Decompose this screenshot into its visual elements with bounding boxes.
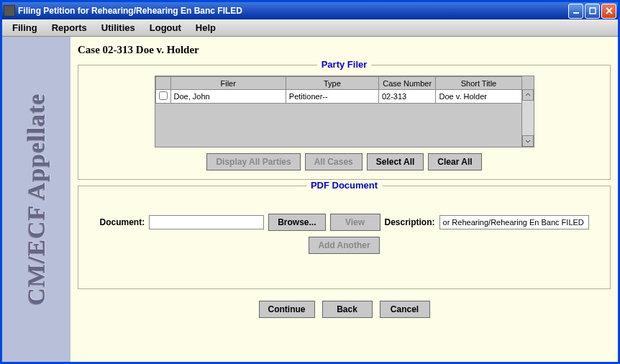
select-all-button[interactable]: Select All [367,153,424,170]
footer-buttons: Continue Back Cancel [78,295,611,324]
filer-table: Filer Type Case Number Short Title [155,76,522,104]
description-label: Description: [385,217,435,227]
row-checkbox-cell [155,90,170,104]
maximize-icon [588,6,597,15]
row-type: Petitioner-- [286,90,378,104]
menu-help[interactable]: Help [188,20,223,35]
svg-rect-0 [573,12,579,14]
header-filer: Filer [170,77,286,90]
app-icon [4,5,15,17]
table-empty-area [155,104,522,147]
close-icon [605,6,614,15]
header-type: Type [286,77,378,90]
row-filer: Doe, John [170,90,286,104]
pdf-document-legend: PDF Document [306,180,382,191]
row-checkbox[interactable] [159,91,168,100]
scroll-down-button[interactable] [522,135,534,147]
menu-logout[interactable]: Logout [142,20,188,35]
continue-button[interactable]: Continue [259,301,315,318]
menu-utilities[interactable]: Utilities [94,20,142,35]
content-area: CM/ECF Appellate Case 02-313 Doe v. Hold… [2,37,618,362]
document-input[interactable] [149,215,264,229]
table-row[interactable]: Doe, John Petitioner-- 02-313 Doe v. Hol… [155,90,521,104]
description-input[interactable] [439,215,589,229]
add-another-row: Add Another [87,237,601,254]
svg-rect-1 [590,8,596,14]
chevron-up-icon [525,92,531,98]
menu-reports[interactable]: Reports [45,20,94,35]
app-window: Filing Petition for Rehearing/Rehearing … [0,0,620,364]
party-filer-buttons: Display All Parties All Cases Select All… [87,153,601,170]
display-all-parties-button[interactable]: Display All Parties [206,153,300,170]
titlebar: Filing Petition for Rehearing/Rehearing … [2,2,618,19]
menubar: Filing Reports Utilities Logout Help [2,19,618,37]
header-checkbox [155,77,170,90]
maximize-button[interactable] [585,4,600,19]
scroll-up-button[interactable] [522,89,534,101]
window-controls [568,4,616,19]
document-row: Document: Browse... View Description: [87,214,601,231]
header-case-number: Case Number [378,77,436,90]
close-button[interactable] [601,4,616,19]
app-logo-text: CM/ECF Appellate [23,93,50,305]
pdf-document-fieldset: PDF Document Document: Browse... View De… [78,186,611,289]
clear-all-button[interactable]: Clear All [428,153,481,170]
chevron-down-icon [525,138,531,144]
row-case-number: 02-313 [378,90,436,104]
cancel-button[interactable]: Cancel [380,301,430,318]
party-filer-legend: Party Filer [317,59,372,70]
filer-table-container: Filer Type Case Number Short Title [155,76,534,147]
filer-table-header-row: Filer Type Case Number Short Title [155,77,521,90]
all-cases-button[interactable]: All Cases [305,153,363,170]
add-another-button[interactable]: Add Another [309,237,379,254]
sidebar: CM/ECF Appellate [2,37,70,362]
window-title: Filing Petition for Rehearing/Rehearing … [18,6,568,16]
view-button[interactable]: View [330,214,380,231]
case-title: Case 02-313 Doe v. Holder [78,41,611,59]
minimize-icon [572,6,580,15]
back-button[interactable]: Back [322,301,373,318]
party-filer-fieldset: Party Filer Filer Type Case Number Short… [78,65,611,180]
document-label: Document: [99,217,145,227]
header-short-title: Short Title [436,77,521,90]
minimize-button[interactable] [568,4,583,19]
vertical-scrollbar[interactable] [521,89,534,147]
row-short-title: Doe v. Holder [436,90,521,104]
menu-filing[interactable]: Filing [5,20,45,35]
main-panel: Case 02-313 Doe v. Holder Party Filer Fi… [70,37,618,362]
browse-button[interactable]: Browse... [268,214,325,231]
